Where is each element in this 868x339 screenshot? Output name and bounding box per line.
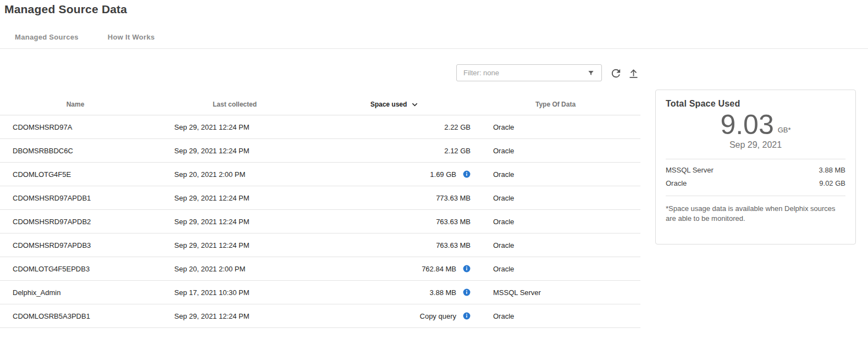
column-header-type-of-data[interactable]: Type Of Data bbox=[471, 101, 640, 108]
source-name: CDOMLOSRB5A3PDB1 bbox=[0, 312, 151, 320]
table-row[interactable]: CDOMLOSRB5A3PDB1Sep 29, 2021 12:24 PMCop… bbox=[0, 304, 640, 328]
source-name: CDOMLOTG4F5EPDB3 bbox=[0, 265, 151, 273]
source-name: CDOMSHSRD97A bbox=[0, 123, 151, 131]
last-collected: Sep 29, 2021 12:24 PM bbox=[151, 194, 319, 202]
total-space-unit: GB* bbox=[778, 126, 791, 140]
column-header-last-collected[interactable]: Last collected bbox=[151, 101, 319, 108]
data-type: Oracle bbox=[471, 312, 640, 320]
table-row[interactable]: CDOMSHSRD97APDB1Sep 29, 2021 12:24 PM773… bbox=[0, 186, 640, 210]
data-type: Oracle bbox=[471, 241, 640, 249]
tab-how-it-works[interactable]: How It Works bbox=[108, 33, 155, 41]
panel-footnote: *Space usage data is available when Delp… bbox=[666, 204, 845, 223]
copy-query-action[interactable]: Copy query bbox=[420, 312, 456, 320]
upload-icon bbox=[628, 68, 639, 79]
table-body: CDOMSHSRD97ASep 29, 2021 12:24 PM2.22 GB… bbox=[0, 115, 640, 328]
table-row[interactable]: Delphix_AdminSep 17, 2021 10:30 PM3.88 M… bbox=[0, 281, 640, 304]
table-row[interactable]: CDOMSHSRD97ASep 29, 2021 12:24 PM2.22 GB… bbox=[0, 115, 640, 139]
total-space-used-panel: Total Space Used 9.03 GB* Sep 29, 2021 M… bbox=[655, 90, 856, 244]
space-used-cell: Copy query bbox=[319, 312, 471, 320]
space-used-value: 1.69 GB bbox=[430, 170, 456, 179]
breakdown-value: 9.02 GB bbox=[819, 179, 845, 187]
data-type: Oracle bbox=[471, 265, 640, 273]
data-type: Oracle bbox=[471, 147, 640, 155]
column-header-space-used[interactable]: Space used bbox=[319, 99, 471, 109]
source-name: CDOMSHSRD97APDB1 bbox=[0, 194, 151, 202]
breakdown-label: MSSQL Server bbox=[666, 166, 714, 174]
filter-input[interactable] bbox=[463, 69, 586, 77]
data-type: Oracle bbox=[471, 123, 640, 131]
source-name: DBOMSRBBDC6C bbox=[0, 147, 151, 155]
info-icon[interactable] bbox=[463, 170, 471, 178]
space-used-value: 762.84 MB bbox=[422, 265, 456, 273]
space-used-cell: 773.63 MB bbox=[319, 194, 471, 202]
total-space-value-row: 9.03 GB* bbox=[666, 110, 845, 140]
info-icon[interactable] bbox=[463, 265, 471, 273]
space-used-value: 3.88 MB bbox=[430, 288, 456, 297]
table-row[interactable]: CDOMSHSRD97APDB2Sep 29, 2021 12:24 PM763… bbox=[0, 210, 640, 234]
data-type: Oracle bbox=[471, 218, 640, 226]
column-header-name[interactable]: Name bbox=[0, 101, 151, 108]
info-icon[interactable] bbox=[463, 312, 471, 320]
breakdown-row: Oracle 9.02 GB bbox=[666, 177, 845, 190]
panel-title: Total Space Used bbox=[666, 99, 845, 109]
space-breakdown-list: MSSQL Server 3.88 MB Oracle 9.02 GB bbox=[666, 159, 845, 196]
tab-managed-sources[interactable]: Managed Sources bbox=[15, 33, 79, 41]
source-name: CDOMSHSRD97APDB2 bbox=[0, 218, 151, 226]
last-collected: Sep 29, 2021 12:24 PM bbox=[151, 123, 319, 131]
breakdown-row: MSSQL Server 3.88 MB bbox=[666, 164, 845, 177]
space-used-cell: 763.63 MB bbox=[319, 218, 471, 226]
breakdown-value: 3.88 MB bbox=[819, 166, 845, 174]
space-used-cell: 763.63 MB bbox=[319, 241, 471, 249]
last-collected: Sep 29, 2021 12:24 PM bbox=[151, 218, 319, 226]
space-used-value: 773.63 MB bbox=[436, 194, 471, 202]
space-used-value: 2.12 GB bbox=[444, 147, 471, 155]
column-header-space-used-label: Space used bbox=[371, 101, 407, 108]
breakdown-label: Oracle bbox=[666, 179, 687, 187]
table-row[interactable]: CDOMSHSRD97APDB3Sep 29, 2021 12:24 PM763… bbox=[0, 234, 640, 257]
space-used-cell: 2.12 GB bbox=[319, 147, 471, 155]
data-type: MSSQL Server bbox=[471, 288, 640, 297]
table-row[interactable]: CDOMLOTG4F5EPDB3Sep 20, 2021 2:00 PM762.… bbox=[0, 257, 640, 281]
space-used-cell: 762.84 MB bbox=[319, 265, 471, 273]
table-header-row: Name Last collected Space used Type Of D… bbox=[0, 93, 640, 115]
chevron-down-icon bbox=[411, 101, 419, 109]
source-name: Delphix_Admin bbox=[0, 288, 151, 297]
sources-table: Name Last collected Space used Type Of D… bbox=[0, 93, 640, 328]
last-collected: Sep 20, 2021 2:00 PM bbox=[151, 170, 319, 179]
upload-button[interactable] bbox=[626, 65, 641, 81]
funnel-icon[interactable] bbox=[586, 68, 596, 78]
page-title: Managed Source Data bbox=[4, 3, 127, 16]
data-type: Oracle bbox=[471, 170, 640, 179]
info-icon[interactable] bbox=[463, 288, 471, 296]
space-used-value: 763.63 MB bbox=[436, 241, 471, 249]
space-used-value: 763.63 MB bbox=[436, 218, 471, 226]
last-collected: Sep 29, 2021 12:24 PM bbox=[151, 147, 319, 155]
last-collected: Sep 29, 2021 12:24 PM bbox=[151, 241, 319, 249]
refresh-button[interactable] bbox=[608, 65, 623, 81]
space-used-cell: 3.88 MB bbox=[319, 288, 471, 297]
last-collected: Sep 20, 2021 2:00 PM bbox=[151, 265, 319, 273]
space-used-value: 2.22 GB bbox=[444, 123, 471, 131]
table-row[interactable]: DBOMSRBBDC6CSep 29, 2021 12:24 PM2.12 GB… bbox=[0, 139, 640, 163]
space-used-cell: 2.22 GB bbox=[319, 123, 471, 131]
refresh-icon bbox=[610, 67, 622, 80]
tab-bar: Managed Sources How It Works bbox=[15, 33, 154, 41]
space-used-cell: 1.69 GB bbox=[319, 170, 471, 179]
total-space-date: Sep 29, 2021 bbox=[666, 140, 845, 150]
total-space-value: 9.03 bbox=[720, 110, 773, 140]
filter-box bbox=[456, 64, 602, 81]
data-type: Oracle bbox=[471, 194, 640, 202]
tab-divider bbox=[0, 48, 868, 49]
last-collected: Sep 29, 2021 12:24 PM bbox=[151, 312, 319, 320]
table-row[interactable]: CDOMLOTG4F5ESep 20, 2021 2:00 PM1.69 GBO… bbox=[0, 163, 640, 186]
last-collected: Sep 17, 2021 10:30 PM bbox=[151, 288, 319, 297]
source-name: CDOMLOTG4F5E bbox=[0, 170, 151, 179]
source-name: CDOMSHSRD97APDB3 bbox=[0, 241, 151, 249]
